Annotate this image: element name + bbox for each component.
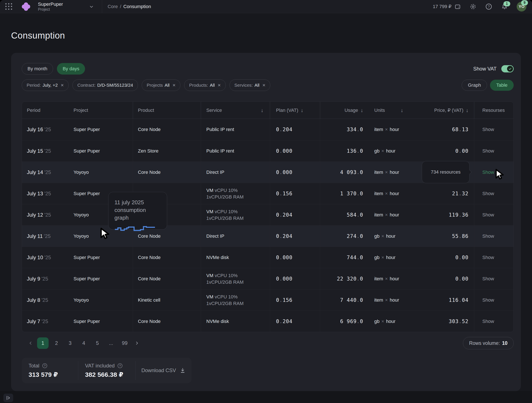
view-toggle-graph[interactable]: Graph: [462, 80, 487, 91]
column-header-usage[interactable]: Usage↓: [320, 102, 366, 119]
period-mode-by-month[interactable]: By month: [22, 63, 53, 74]
pagination-page-2[interactable]: 2: [51, 337, 62, 349]
cell-price: 55.86: [406, 225, 474, 247]
cell-service: Public IP rent: [201, 119, 270, 140]
show-resources-link[interactable]: Show: [482, 319, 494, 324]
sidebar-expand-button[interactable]: [3, 394, 13, 402]
consumption-graph-tooltip: 11 july 2025 consumption graph: [108, 192, 167, 230]
filter-chip-period[interactable]: Period:July, +2×: [22, 80, 69, 91]
filter-chip-projects[interactable]: ProjectsAll×: [142, 80, 180, 91]
cell-plan: 0.000: [270, 247, 320, 268]
pagination-prev-button[interactable]: [26, 337, 35, 349]
cell-price: 116.04: [406, 289, 474, 310]
cell-period: July 15'25: [22, 140, 74, 161]
filter-chip-contract[interactable]: Contract:D/D-SM/55123/24: [72, 80, 138, 91]
download-csv-label: Download CSV: [141, 367, 176, 373]
balance-wallet[interactable]: 17 799 ₽: [433, 3, 461, 10]
cell-product: Core Node: [133, 247, 201, 268]
app-grid-icon[interactable]: [5, 3, 13, 11]
graph-tooltip-line1: 11 july 2025: [114, 198, 161, 206]
cell-price: 303.52: [406, 310, 474, 332]
pagination-page-4[interactable]: 4: [78, 337, 89, 349]
show-resources-link[interactable]: Show: [482, 170, 494, 175]
filter-chip-services[interactable]: Services:All×: [229, 80, 271, 91]
cell-price: 0.00: [406, 247, 474, 268]
show-resources-link[interactable]: Show: [482, 148, 494, 154]
cell-usage: 274.0: [320, 225, 366, 247]
cell-product: Zen Store: [133, 140, 201, 161]
cell-units: gb×hour: [366, 225, 406, 247]
cell-plan: 0.204: [270, 204, 320, 225]
cell-product: Kinetic cell: [133, 289, 201, 310]
cell-period: July 14'25: [22, 161, 74, 183]
pagination-page-5[interactable]: 5: [92, 337, 103, 349]
table-header-row: PeriodProjectProductService↓Plan (VAT)↓U…: [22, 102, 513, 119]
show-resources-link[interactable]: Show: [482, 127, 494, 132]
column-header-period: Period: [22, 102, 74, 119]
breadcrumb-section[interactable]: Core: [108, 4, 118, 9]
expand-panel-icon: [6, 395, 11, 401]
help-button[interactable]: ?: [485, 3, 492, 10]
svg-text:?: ?: [119, 364, 121, 367]
column-header-product: Product: [133, 102, 201, 119]
table-row: July 16'25Super PuperCore NodePublic IP …: [22, 119, 513, 140]
consumption-panel: By monthBy days Show VAT Period:July, +2…: [11, 53, 521, 391]
column-header-price[interactable]: Price, ₽ (VAT)↓: [406, 102, 474, 119]
column-header-plan[interactable]: Plan (VAT)↓: [270, 102, 320, 119]
vat-included-value: 382 566.38 ₽: [85, 371, 135, 378]
cell-price: 21.32: [406, 183, 474, 204]
column-header-units[interactable]: Units↓: [366, 102, 406, 119]
close-icon[interactable]: ×: [218, 83, 221, 88]
chip-value: All: [210, 83, 215, 88]
view-toggle-table[interactable]: Table: [490, 80, 514, 91]
pagination-page-1[interactable]: 1: [37, 337, 49, 349]
close-icon[interactable]: ×: [172, 83, 175, 88]
help-icon[interactable]: ?: [42, 363, 48, 368]
project-label: Project: [38, 7, 63, 12]
project-selector[interactable]: SuperPuper Project: [38, 1, 102, 12]
cell-usage: 744.0: [320, 247, 366, 268]
cell-price: 119.36: [406, 204, 474, 225]
cell-units: gb×hour: [366, 247, 406, 268]
show-resources-link[interactable]: Show: [482, 191, 494, 196]
show-resources-link[interactable]: Show: [482, 276, 494, 282]
table-row: July 9'25Super PuperCore NodeVM vCPU 10%…: [22, 268, 513, 289]
filter-chip-products[interactable]: Products:All×: [184, 80, 226, 91]
period-mode-by-days[interactable]: By days: [57, 63, 85, 74]
cell-units: gb×hour: [366, 140, 406, 161]
chip-label: Services:: [234, 83, 253, 88]
show-vat-toggle[interactable]: [501, 65, 514, 72]
brand-logo-icon[interactable]: [21, 2, 31, 11]
cell-resources: Show: [474, 289, 513, 310]
breadcrumb-separator: /: [120, 4, 121, 9]
cell-units: item×hour: [366, 268, 406, 289]
show-resources-link[interactable]: Show: [482, 233, 494, 239]
avatar[interactable]: YO 9: [517, 2, 526, 12]
close-icon[interactable]: ×: [262, 83, 265, 88]
column-header-label: Price, ₽ (VAT): [434, 108, 463, 113]
show-resources-link[interactable]: Show: [482, 212, 494, 218]
cell-service: VM vCPU 10%1vCPU/2GB RAM: [201, 204, 270, 225]
table-row: July 11'25YoyoyoCore NodeDirect IP0.2042…: [22, 225, 513, 247]
pagination-ellipsis: ...: [105, 337, 117, 349]
cell-service: Direct IP: [201, 225, 270, 247]
column-header-service[interactable]: Service↓: [201, 102, 270, 119]
sort-desc-icon: ↓: [401, 107, 403, 113]
help-icon[interactable]: ?: [117, 363, 123, 368]
chip-label: Period:: [27, 83, 41, 88]
rows-volume-selector[interactable]: Rows volume: 10: [463, 337, 514, 349]
close-icon[interactable]: ×: [61, 83, 64, 88]
download-csv-button[interactable]: Download CSV: [136, 367, 192, 374]
settings-button[interactable]: [469, 3, 477, 10]
notifications-button[interactable]: 1: [501, 3, 508, 10]
pagination-next-button[interactable]: [133, 337, 141, 349]
pagination-page-3[interactable]: 3: [64, 337, 76, 349]
cell-resources: Show: [474, 225, 513, 247]
rows-volume-label: Rows volume:: [469, 340, 500, 346]
show-resources-link[interactable]: Show: [482, 297, 494, 303]
column-header-label: Product: [138, 108, 154, 113]
show-resources-link[interactable]: Show: [482, 255, 494, 260]
cell-period: July 13'25: [22, 183, 74, 204]
pagination-page-99[interactable]: 99: [119, 337, 130, 349]
notification-badge: 1: [503, 1, 510, 6]
